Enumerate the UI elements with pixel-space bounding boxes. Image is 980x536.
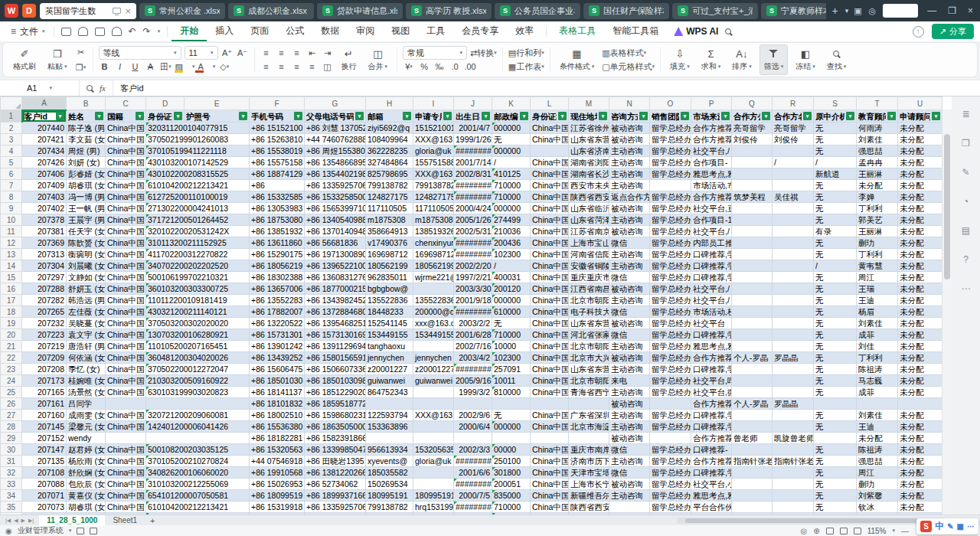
row-number[interactable]: 26: [1, 398, 22, 410]
cell[interactable]: 微信: [609, 444, 650, 456]
cell[interactable]: [650, 398, 691, 410]
cell[interactable]: 山东省济南: [569, 145, 609, 157]
cell[interactable]: 陈子逸 (男: [67, 123, 106, 134]
filter-dropdown-icon[interactable]: ▾: [599, 112, 607, 120]
cell[interactable]: 207421: [22, 134, 67, 145]
filter-dropdown-icon[interactable]: ▾: [887, 112, 896, 120]
cell[interactable]: +86 1589841990: [305, 513, 366, 515]
column-header-O[interactable]: O: [650, 97, 691, 110]
cell[interactable]: 被动咨询: [609, 134, 650, 145]
cell[interactable]: 150269534: [366, 479, 413, 490]
cell[interactable]: [773, 318, 814, 329]
justify-icon[interactable]: ≡: [306, 60, 318, 73]
distribute-icon[interactable]: ◫: [322, 60, 334, 73]
cell[interactable]: [773, 180, 814, 191]
cell[interactable]: 1999/3/2: [454, 387, 492, 398]
cell[interactable]: +86 19910568: [250, 467, 305, 479]
cell[interactable]: [732, 283, 773, 295]
first-sheet-icon[interactable]: |◀: [5, 518, 11, 524]
cell[interactable]: 207161: [22, 398, 67, 410]
cell[interactable]: [413, 479, 454, 490]
row-number[interactable]: 33: [1, 479, 22, 490]
cell[interactable]: [773, 272, 814, 283]
row-number[interactable]: 8: [1, 191, 22, 203]
column-header-S[interactable]: S: [814, 97, 857, 110]
cell[interactable]: 210303200509160922: [146, 375, 250, 387]
cell[interactable]: +86 18874129: [250, 168, 305, 180]
cell[interactable]: 陈祖涛: [857, 444, 898, 456]
column-header-E[interactable]: E: [185, 97, 250, 110]
cell[interactable]: China中国: [106, 410, 146, 421]
cell[interactable]: 110105200207165451: [146, 341, 250, 352]
cell[interactable]: +86 1335925706: [305, 180, 366, 191]
cell[interactable]: 罗晶晶: [773, 352, 814, 364]
filter-dropdown-icon[interactable]: ▾: [681, 112, 689, 120]
cell[interactable]: 主动咨询: [609, 180, 650, 191]
cell[interactable]: 207160: [22, 410, 67, 421]
cell[interactable]: 610104200212213421: [146, 502, 250, 513]
cell[interactable]: 370502199901260083: [146, 134, 250, 145]
cell[interactable]: 207071: [22, 490, 67, 502]
cell[interactable]: 169698712: [413, 249, 454, 260]
cell[interactable]: 罗晶晶: [773, 398, 814, 410]
cell[interactable]: 北京市朝阳: [569, 295, 609, 306]
cell[interactable]: 未分配: [898, 479, 942, 490]
cell[interactable]: 来电: [609, 375, 650, 387]
cell[interactable]: China中国: [531, 249, 569, 260]
ime-keyboard-icon[interactable]: ▦: [957, 522, 964, 531]
cell[interactable]: 835000: [492, 490, 531, 502]
menu-tab-3[interactable]: 公式: [277, 21, 312, 41]
cell[interactable]: 511302200208200025: [146, 513, 250, 515]
formula-input[interactable]: 客户id: [113, 83, 144, 94]
find-button[interactable]: 查找▾: [823, 44, 851, 75]
fill-button[interactable]: ⇩ 填充▾: [666, 44, 694, 75]
cell[interactable]: China中国: [531, 123, 569, 134]
cell[interactable]: [773, 513, 814, 515]
side-tool-icon-4[interactable]: ▤: [962, 225, 970, 236]
name-box[interactable]: A1▾: [0, 80, 80, 96]
cell[interactable]: 180562199: [413, 260, 454, 272]
cell[interactable]: +86 田晓岩1395: [305, 456, 366, 467]
export-icon[interactable]: [78, 27, 88, 36]
cell[interactable]: 钦冰: [857, 502, 898, 513]
cell[interactable]: 衡琬明 (女: [67, 249, 106, 260]
cell[interactable]: [732, 490, 773, 502]
cell[interactable]: China中国: [106, 490, 146, 502]
cell[interactable]: China中国: [531, 134, 569, 145]
cell[interactable]: 152541145: [366, 318, 413, 329]
cell[interactable]: 北京市大兴: [569, 352, 609, 364]
cell[interactable]: ziyi5692@q: [366, 123, 413, 134]
quickbar-caret-icon[interactable]: ▾: [158, 28, 161, 34]
cell[interactable]: 袁文宇 (女: [67, 329, 106, 341]
cell[interactable]: 未分配: [857, 513, 898, 515]
cell[interactable]: 胡睿琪 (女: [67, 180, 106, 191]
filter-dropdown-icon[interactable]: ▾: [239, 112, 247, 120]
cell[interactable]: #########: [454, 479, 492, 490]
cell[interactable]: China中国: [531, 214, 569, 226]
cell[interactable]: 合作方推荐: [691, 134, 732, 145]
header-cell[interactable]: 邮政编码▾: [492, 110, 531, 123]
row-number[interactable]: 11: [1, 226, 22, 237]
cell[interactable]: China中国: [106, 341, 146, 352]
cell[interactable]: 电子科技大: [569, 306, 609, 318]
cell[interactable]: 370503200302020020: [146, 318, 250, 329]
cell[interactable]: 207073: [22, 502, 67, 513]
cell[interactable]: 310113200211152925: [146, 237, 250, 249]
cell[interactable]: 2003/4/2: [454, 352, 492, 364]
cell[interactable]: 主动咨询: [609, 295, 650, 306]
cell[interactable]: 济南市历下: [569, 456, 609, 467]
row-number[interactable]: 25: [1, 387, 22, 398]
maximize-button[interactable]: ❐: [946, 5, 959, 16]
align-bottom-icon[interactable]: ≡: [291, 47, 303, 59]
cell[interactable]: #########: [454, 249, 492, 260]
cell[interactable]: 未分配: [898, 134, 942, 145]
cell[interactable]: #########: [454, 502, 492, 513]
cell[interactable]: [773, 502, 814, 513]
cell[interactable]: 370105200210270824: [146, 456, 250, 467]
cell[interactable]: 207381: [22, 226, 67, 237]
filter-dropdown-icon[interactable]: ▾: [932, 112, 940, 120]
cell[interactable]: 山东省东营: [569, 364, 609, 375]
cell[interactable]: 蒯玏: [857, 479, 898, 490]
vertical-scrollbar[interactable]: [942, 109, 952, 515]
cell[interactable]: 153363896: [366, 421, 413, 433]
